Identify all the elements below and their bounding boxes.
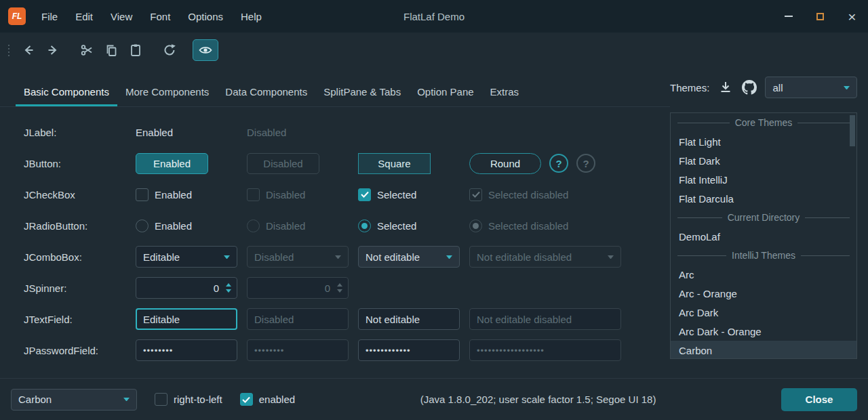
radio-selected-icon[interactable] (358, 219, 371, 232)
tab-data-components[interactable]: Data Components (217, 79, 315, 106)
chevron-down-icon[interactable] (446, 255, 452, 259)
minimize-icon (785, 16, 793, 17)
themes-label: Themes: (670, 82, 709, 93)
jradiobutton-selected[interactable]: Selected (358, 219, 469, 232)
jradiobutton-row: JRadioButton: Enabled Disabled Selected … (24, 210, 670, 241)
tab-more-components[interactable]: More Components (117, 79, 217, 106)
back-button[interactable] (16, 39, 41, 61)
spinner-down-icon[interactable] (226, 289, 231, 293)
chevron-down-icon (335, 255, 341, 259)
chevron-down-icon[interactable] (224, 255, 230, 259)
jcombobox-disabled: Disabled (247, 246, 349, 268)
spinner-value[interactable]: 0 (143, 282, 226, 294)
paste-button[interactable] (123, 39, 148, 61)
jpasswordfield-not-editable[interactable]: •••••••••••• (358, 339, 460, 361)
jradiobutton-selected-disabled: Selected disabled (469, 219, 670, 232)
radio-icon[interactable] (136, 219, 149, 232)
jpasswordfield-enabled[interactable]: •••••••• (136, 339, 237, 361)
radio-icon (247, 219, 260, 232)
show-hints-toggle[interactable] (193, 39, 218, 61)
scrollbar-thumb[interactable] (850, 115, 855, 146)
jcombobox-editable[interactable]: Editable (136, 246, 237, 268)
copy-button[interactable] (99, 39, 123, 61)
jcombobox-not-editable[interactable]: Not editable (358, 246, 460, 268)
menu-item-edit[interactable]: Edit (66, 7, 102, 26)
tab-option-pane[interactable]: Option Pane (409, 79, 481, 106)
theme-item-flat-light[interactable]: Flat Light (671, 132, 856, 151)
help-button-disabled: ? (576, 154, 595, 173)
window-controls: × (772, 0, 868, 33)
arrow-left-icon (21, 43, 36, 58)
cut-button[interactable] (75, 39, 99, 61)
checkbox-icon[interactable] (155, 393, 167, 406)
theme-item-demolaf[interactable]: DemoLaf (671, 227, 856, 246)
bottom-bar: Carbon right-to-left enabled (Java 1.8.0… (0, 378, 868, 420)
main-content: JLabel: Enabled Disabled JButton: Enable… (0, 107, 868, 378)
theme-group-label: Core Themes (735, 117, 793, 128)
jcheckbox-enabled[interactable]: Enabled (136, 188, 247, 201)
app-logo: FL (8, 7, 26, 25)
jradiobutton-enabled[interactable]: Enabled (136, 219, 247, 232)
tab-basic-components[interactable]: Basic Components (16, 79, 117, 106)
titlebar: FL File Edit View Font Options Help Flat… (0, 0, 868, 33)
spinner-up-icon[interactable] (226, 283, 231, 287)
theme-item-arc-orange[interactable]: Arc - Orange (671, 284, 856, 303)
minimize-button[interactable] (772, 0, 804, 33)
checkbox-checked-icon[interactable] (240, 393, 253, 406)
github-button[interactable] (741, 79, 757, 96)
theme-filter-value: all (772, 82, 838, 93)
forward-button[interactable] (41, 39, 65, 61)
jcheckbox-row: JCheckBox Enabled Disabled Selected Sele… (24, 179, 670, 210)
theme-item-arc[interactable]: Arc (671, 265, 856, 284)
help-button[interactable]: ? (549, 154, 568, 173)
window-close-button[interactable]: × (836, 0, 868, 33)
refresh-button[interactable] (157, 39, 182, 61)
jbutton-disabled: Disabled (247, 153, 319, 174)
jspinner-enabled[interactable]: 0 (136, 277, 237, 299)
rtl-checkbox[interactable]: right-to-left (155, 393, 222, 406)
theme-item-flat-darcula[interactable]: Flat Darcula (671, 189, 856, 208)
jspinner-row: JSpinner: 0 0 (24, 272, 670, 303)
checkbox-icon[interactable] (136, 188, 149, 201)
chevron-down-icon[interactable] (123, 398, 130, 401)
jpasswordfield-row-label: JPasswordField: (24, 345, 136, 356)
menu-item-font[interactable]: Font (141, 7, 179, 26)
toolbar (0, 33, 868, 68)
theme-item-arc-dark[interactable]: Arc Dark (671, 303, 856, 322)
menu-item-help[interactable]: Help (232, 7, 271, 26)
jcheckbox-selected-disabled: Selected disabled (469, 188, 670, 201)
scissors-icon (79, 43, 94, 58)
theme-group-label: IntelliJ Themes (732, 250, 795, 261)
jbutton-round[interactable]: Round (469, 153, 541, 174)
theme-filter-combobox[interactable]: all (765, 77, 857, 98)
theme-item-carbon[interactable]: Carbon (671, 341, 856, 359)
menu-item-file[interactable]: File (33, 7, 66, 26)
theme-item-flat-dark[interactable]: Flat Dark (671, 151, 856, 170)
jtextfield-editable[interactable]: Editable (136, 308, 237, 330)
theme-item-flat-intellij[interactable]: Flat IntelliJ (671, 170, 856, 189)
download-theme-button[interactable] (717, 79, 733, 96)
menu-item-view[interactable]: View (102, 7, 141, 26)
tab-extras[interactable]: Extras (482, 79, 528, 106)
maximize-button[interactable] (804, 0, 836, 33)
jcheckbox-selected[interactable]: Selected (358, 188, 469, 201)
theme-combobox[interactable]: Carbon (11, 389, 137, 411)
jpasswordfield-not-editable-disabled: •••••••••••••••••• (469, 339, 621, 361)
github-icon (742, 80, 757, 95)
jbutton-square[interactable]: Square (358, 153, 431, 174)
tab-bar: Basic Components More Components Data Co… (0, 68, 670, 107)
checkbox-checked-icon[interactable] (358, 188, 371, 201)
menubar: File Edit View Font Options Help (33, 7, 271, 26)
jbutton-enabled[interactable]: Enabled (136, 153, 208, 174)
jlabel-enabled: Enabled (136, 127, 247, 138)
jlabel-row-label: JLabel: (24, 127, 136, 138)
tab-splitpane-tabs[interactable]: SplitPane & Tabs (315, 79, 409, 106)
enabled-checkbox[interactable]: enabled (240, 393, 295, 406)
close-button[interactable]: Close (781, 388, 857, 411)
toolbar-grip[interactable] (8, 45, 9, 56)
menu-item-options[interactable]: Options (179, 7, 232, 26)
status-text: (Java 1.8.0_202; user scale factor 1.5; … (313, 394, 764, 405)
chevron-down-icon (608, 255, 614, 259)
theme-item-arc-dark-orange[interactable]: Arc Dark - Orange (671, 322, 856, 341)
jtextfield-not-editable[interactable]: Not editable (358, 308, 460, 330)
